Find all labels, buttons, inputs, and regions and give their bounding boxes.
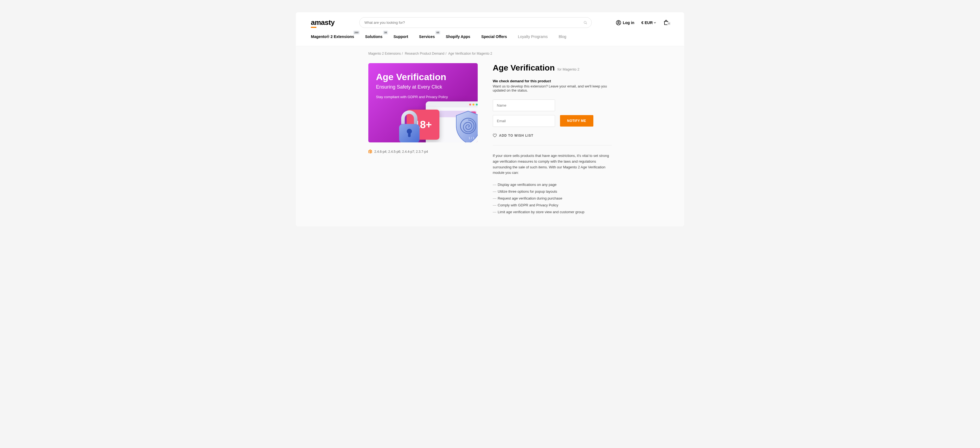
nav-special-offers[interactable]: Special Offers <box>481 33 507 40</box>
cart-button[interactable]: 0 <box>663 20 669 26</box>
svg-line-1 <box>586 23 587 24</box>
feature-list: Display age verifications on any pageUti… <box>493 181 612 215</box>
crumb-2[interactable]: Research Product Demand <box>405 52 444 56</box>
heart-icon <box>493 133 497 138</box>
product-platform: for Magento 2 <box>558 67 579 71</box>
product-description: If your store sells products that have a… <box>493 153 612 176</box>
nav-bar: Magento® 2 Extensions260Solutions38Suppo… <box>296 33 684 46</box>
hero-tagline: Stay compliant with GDPR and Privacy Pol… <box>376 95 470 99</box>
name-input[interactable] <box>493 100 555 111</box>
chevron-down-icon <box>654 22 656 24</box>
nav-solutions[interactable]: Solutions38 <box>365 33 383 40</box>
nav-badge: 38 <box>383 30 388 35</box>
lock-icon <box>393 110 426 142</box>
nav-badge: 260 <box>353 30 360 35</box>
user-icon <box>616 20 621 25</box>
notify-button[interactable]: NOTIFY ME <box>560 115 593 127</box>
feature-item: Request age verification during purchase <box>493 195 612 202</box>
hero-subtitle: Ensuring Safety at Every Click <box>376 84 470 90</box>
nav-shopify-apps[interactable]: Shopify Apps <box>446 33 470 40</box>
login-link[interactable]: Log in <box>616 20 635 25</box>
feature-item: Display age verifications on any page <box>493 181 612 188</box>
product-image[interactable]: Age Verification Ensuring Safety at Ever… <box>368 63 478 142</box>
search-icon[interactable] <box>584 21 587 25</box>
nav-magento-2-extensions[interactable]: Magento® 2 Extensions260 <box>311 33 354 40</box>
wishlist-button[interactable]: ADD TO WISH LIST <box>493 133 612 145</box>
magento-icon <box>368 149 372 154</box>
product-title: Age Verification <box>493 63 555 72</box>
breadcrumb: Magento 2 Extensions/ Research Product D… <box>366 52 614 56</box>
demand-heading: We check demand for this product <box>493 79 612 83</box>
nav-support[interactable]: Support <box>393 33 408 40</box>
search-input[interactable] <box>359 17 592 28</box>
nav-services[interactable]: Services68 <box>419 33 435 40</box>
feature-item: Comply with GDPR and Privacy Policy <box>493 202 612 208</box>
nav-blog[interactable]: Blog <box>558 33 566 40</box>
feature-item: Limit age verification by store view and… <box>493 208 612 215</box>
compatibility-info: 2.4.6-p4; 2.4.5-p6; 2.4.4-p7; 2.3.7-p4 <box>368 149 478 154</box>
svg-point-3 <box>618 21 619 23</box>
svg-point-0 <box>584 21 586 23</box>
crumb-1[interactable]: Magento 2 Extensions <box>368 52 401 56</box>
nav-badge: 68 <box>435 30 440 35</box>
feature-item: Utilize three options for popup layouts <box>493 188 612 195</box>
logo[interactable]: amasty <box>311 18 335 27</box>
image-counter: 1 / 1 <box>469 137 474 140</box>
header: amasty Log in € EUR 0 <box>296 12 684 33</box>
demand-text: Want us to develop this extension? Leave… <box>493 84 612 92</box>
crumb-current: Age Verification for Magento 2 <box>448 52 492 56</box>
cart-count: 0 <box>667 22 671 25</box>
nav-loyalty-programs[interactable]: Loyalty Programs <box>518 33 548 40</box>
currency-selector[interactable]: € EUR <box>641 21 656 25</box>
email-input[interactable] <box>493 115 555 127</box>
svg-rect-6 <box>408 131 410 137</box>
hero-title: Age Verification <box>376 72 470 82</box>
